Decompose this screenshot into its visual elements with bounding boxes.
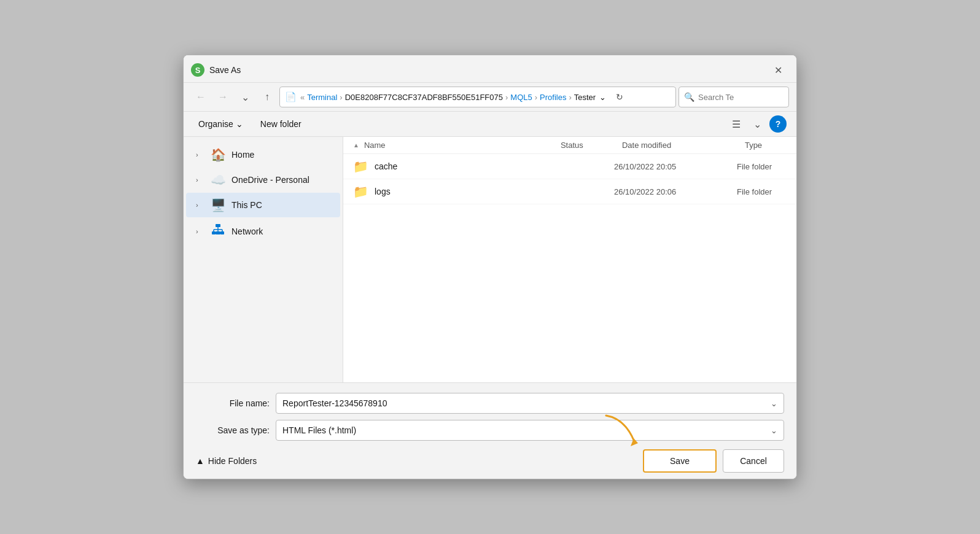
forward-button[interactable]: →: [213, 87, 233, 107]
app-icon: S: [191, 63, 204, 77]
filename-input[interactable]: [282, 398, 768, 408]
file-type-cache: File folder: [737, 162, 796, 171]
dropdown-button[interactable]: ⌄: [235, 87, 255, 107]
onedrive-icon: ☁️: [211, 172, 225, 187]
path-terminal[interactable]: Terminal: [307, 93, 337, 102]
filename-dropdown-arrow[interactable]: ⌄: [771, 399, 777, 408]
dialog-title: Save As: [209, 65, 241, 75]
actions-right: ☰ ⌄ ?: [728, 115, 787, 133]
refresh-button[interactable]: ↻: [611, 88, 628, 106]
sort-indicator: ▲: [353, 142, 359, 149]
svg-rect-4: [220, 231, 224, 234]
title-bar: S Save As ✕: [184, 55, 796, 83]
col-header-date[interactable]: Date modified: [622, 141, 745, 150]
col-header-name[interactable]: Name: [364, 141, 561, 150]
svg-rect-5: [216, 231, 220, 234]
savetype-field[interactable]: HTML Files (*.html) ⌄: [276, 420, 784, 441]
sidebar-home-label: Home: [231, 150, 254, 160]
path-double-arrow: «: [300, 93, 305, 102]
search-input[interactable]: [698, 93, 784, 102]
address-path: « Terminal › D0E8208F77C8CF37ADF8BF550E5…: [300, 93, 607, 102]
svg-rect-2: [216, 224, 220, 227]
thispc-icon: 🖥️: [211, 198, 225, 212]
filename-row: File name: ⌄: [196, 393, 784, 414]
path-tester[interactable]: Tester: [574, 93, 596, 102]
sidebar: › 🏠 Home › ☁️ OneDrive - Personal › 🖥️ T…: [184, 137, 343, 382]
hide-folders-button[interactable]: ▲ Hide Folders: [196, 456, 257, 466]
save-button[interactable]: Save: [643, 449, 717, 473]
col-header-type[interactable]: Type: [745, 141, 796, 150]
bottom-area: File name: ⌄ Save as type: HTML Files (*…: [184, 382, 796, 479]
thispc-chevron: ›: [196, 201, 204, 209]
path-mql5[interactable]: MQL5: [510, 93, 532, 102]
sidebar-thispc-label: This PC: [231, 200, 262, 210]
path-tester-dropdown[interactable]: ⌄: [598, 93, 607, 102]
hide-folders-label: Hide Folders: [208, 456, 257, 466]
search-bar[interactable]: 🔍: [679, 87, 789, 107]
table-row[interactable]: 📁 cache 26/10/2022 20:05 File folder: [343, 154, 796, 179]
home-chevron: ›: [196, 151, 204, 158]
sidebar-network-label: Network: [231, 226, 263, 236]
help-button[interactable]: ?: [769, 115, 787, 133]
savetype-dropdown-arrow[interactable]: ⌄: [771, 426, 777, 435]
file-type-logs: File folder: [737, 187, 796, 196]
savetype-label: Save as type:: [196, 425, 270, 435]
address-bar-doc-icon: 📄: [285, 91, 297, 103]
savetype-value: HTML Files (*.html): [282, 425, 768, 435]
sidebar-item-network[interactable]: › Network: [186, 218, 340, 244]
actions-bar: Organise ⌄ New folder ☰ ⌄ ?: [184, 112, 796, 137]
buttons-row: ▲ Hide Folders Save Cancel: [196, 449, 784, 473]
new-folder-button[interactable]: New folder: [255, 117, 306, 131]
file-date-cache: 26/10/2022 20:05: [614, 162, 737, 171]
address-bar[interactable]: 📄 « Terminal › D0E8208F77C8CF37ADF8BF550…: [279, 87, 676, 107]
cancel-button[interactable]: Cancel: [723, 449, 784, 473]
file-list-area: ▲ Name Status Date modified Type Size 📁 …: [343, 137, 796, 382]
folder-icon: 📁: [353, 159, 368, 174]
col-header-status[interactable]: Status: [561, 141, 622, 150]
network-icon: [211, 223, 225, 239]
network-chevron: ›: [196, 228, 204, 235]
hide-folders-icon: ▲: [196, 456, 204, 466]
svg-rect-3: [212, 231, 216, 234]
sidebar-item-this-pc[interactable]: › 🖥️ This PC: [186, 193, 340, 217]
file-date-logs: 26/10/2022 20:06: [614, 187, 737, 196]
folder-icon: 📁: [353, 184, 368, 199]
file-list-header: ▲ Name Status Date modified Type Size: [343, 137, 796, 154]
close-button[interactable]: ✕: [769, 61, 787, 79]
filename-field[interactable]: ⌄: [276, 393, 784, 414]
save-as-dialog: S Save As ✕ ← → ⌄ ↑ 📄 « Terminal › D0E82…: [183, 55, 797, 479]
actions-left: Organise ⌄ New folder: [193, 117, 306, 131]
path-profiles[interactable]: Profiles: [540, 93, 566, 102]
onedrive-chevron: ›: [196, 176, 204, 184]
sidebar-item-onedrive[interactable]: › ☁️ OneDrive - Personal: [186, 168, 340, 192]
file-name-logs: logs: [375, 187, 553, 196]
table-row[interactable]: 📁 logs 26/10/2022 20:06 File folder: [343, 179, 796, 204]
file-name-cache: cache: [375, 161, 553, 171]
back-button[interactable]: ←: [191, 87, 211, 107]
sidebar-onedrive-label: OneDrive - Personal: [231, 175, 309, 185]
view-list-icon[interactable]: ☰: [728, 115, 745, 133]
search-icon: 🔍: [684, 92, 694, 102]
home-icon: 🏠: [211, 147, 225, 162]
path-hash[interactable]: D0E8208F77C8CF37ADF8BF550E51FF075: [345, 93, 503, 102]
navigation-toolbar: ← → ⌄ ↑ 📄 « Terminal › D0E8208F77C8CF37A…: [184, 83, 796, 112]
main-content: › 🏠 Home › ☁️ OneDrive - Personal › 🖥️ T…: [184, 137, 796, 382]
sidebar-item-home[interactable]: › 🏠 Home: [186, 142, 340, 167]
filename-label: File name:: [196, 398, 270, 408]
title-bar-left: S Save As: [191, 63, 241, 77]
savetype-row: Save as type: HTML Files (*.html) ⌄: [196, 420, 784, 441]
view-dropdown-icon[interactable]: ⌄: [749, 115, 766, 133]
up-button[interactable]: ↑: [257, 87, 277, 107]
action-buttons: Save Cancel: [643, 449, 784, 473]
svg-text:S: S: [195, 66, 201, 75]
organise-button[interactable]: Organise ⌄: [193, 117, 248, 131]
